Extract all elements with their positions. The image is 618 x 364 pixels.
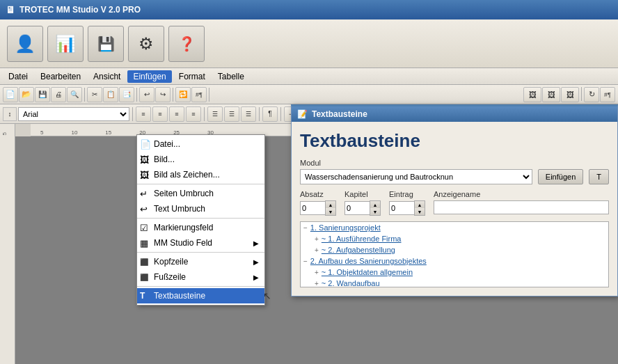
chart-toolbar-btn[interactable]: 📊 bbox=[47, 26, 84, 62]
menu-tabelle[interactable]: Tabelle bbox=[212, 70, 250, 83]
text-umbruch-label: Text Umbruch bbox=[154, 204, 205, 214]
left-ruler: 5 bbox=[0, 124, 15, 364]
tree-link-1-2[interactable]: ~ 2. Aufgabenstellung bbox=[322, 246, 395, 254]
para-btn[interactable]: ¶ bbox=[262, 106, 278, 122]
main-toolbar: 👤 📊 💾 ⚙ ❓ bbox=[0, 19, 618, 68]
paste-btn[interactable]: 📑 bbox=[119, 87, 134, 102]
menu-bild-item[interactable]: 🖼 Bild... bbox=[137, 152, 264, 167]
kapitel-spinner-btns: ▲ ▼ bbox=[370, 200, 381, 216]
settings-toolbar-btn[interactable]: ⚙ bbox=[128, 26, 164, 62]
cut-btn[interactable]: ✂ bbox=[87, 87, 102, 102]
font-name-select[interactable]: Arial bbox=[18, 107, 129, 121]
menu-markierungsfeld-item[interactable]: ☑ Markierungsfeld bbox=[137, 220, 264, 235]
new-btn[interactable]: 📄 bbox=[3, 87, 18, 102]
sep-1 bbox=[137, 184, 264, 184]
kapitel-input[interactable] bbox=[344, 201, 370, 215]
tree-item-2-2[interactable]: + ~ 2. Wandaufbau bbox=[312, 278, 608, 287]
menu-einfuegen[interactable]: Einfügen bbox=[127, 70, 171, 83]
einfuegen-dropdown: 📄 Datei... 🖼 Bild... 🖼 Bild als Zeichen.… bbox=[136, 134, 265, 306]
undo-btn[interactable]: ↩ bbox=[139, 87, 154, 102]
kapitel-down-btn[interactable]: ▼ bbox=[370, 208, 380, 215]
sep5 bbox=[581, 87, 582, 101]
tree-icon-2-1: + bbox=[315, 269, 319, 276]
dialog-body: Textbausteine Modul Wasserschadensanieru… bbox=[292, 122, 617, 296]
menu-textbausteine-item[interactable]: T Textbausteine ↖ bbox=[137, 288, 264, 303]
redo-btn[interactable]: ↪ bbox=[155, 87, 171, 102]
modul-select[interactable]: Wasserschadensanierung und Bautrocknun bbox=[300, 169, 532, 184]
hashpara2-btn[interactable]: #¶ bbox=[600, 87, 615, 102]
tree-icon-1: − bbox=[303, 224, 308, 232]
menu-ansicht[interactable]: Ansicht bbox=[88, 70, 126, 83]
list2-btn[interactable]: ☰ bbox=[224, 106, 239, 122]
refresh-btn[interactable]: 🔁 bbox=[175, 87, 191, 102]
img3-btn[interactable]: 🖼 bbox=[561, 87, 579, 102]
sep3 bbox=[173, 88, 173, 102]
tab-btn[interactable]: T bbox=[589, 169, 609, 184]
tree-link-2-2[interactable]: ~ 2. Wandaufbau bbox=[322, 279, 380, 287]
save-toolbar-btn[interactable]: 💾 bbox=[88, 26, 124, 62]
tree-item-1-2[interactable]: + ~ 2. Aufgabenstellung bbox=[312, 244, 608, 255]
menu-bild-zeichen-item[interactable]: 🖼 Bild als Zeichen... bbox=[137, 167, 264, 182]
print-btn[interactable]: 🖨 bbox=[51, 87, 66, 102]
fields-row: Absatz ▲ ▼ Kapitel ▲ bbox=[300, 190, 609, 216]
tree-item-2-1[interactable]: + ~ 1. Objektdaten allgemein bbox=[312, 267, 608, 278]
menu-bar: Datei Bearbeiten Ansicht Einfügen Format… bbox=[0, 68, 618, 85]
align-justify-btn[interactable]: ≡ bbox=[186, 106, 201, 122]
help-toolbar-btn[interactable]: ❓ bbox=[168, 26, 205, 62]
align-center-btn[interactable]: ≡ bbox=[152, 106, 168, 122]
list3-btn[interactable]: ☰ bbox=[241, 106, 256, 122]
menu-mm-studio-item[interactable]: ▦ MM Studio Feld ▶ bbox=[137, 235, 264, 251]
bild-icon: 🖼 bbox=[140, 155, 149, 165]
eintrag-down-btn[interactable]: ▼ bbox=[415, 208, 425, 215]
kapitel-up-btn[interactable]: ▲ bbox=[370, 201, 380, 208]
fusszeile-label: Fußzeile bbox=[154, 272, 186, 282]
absatz-input[interactable] bbox=[300, 201, 325, 215]
menu-kopfzeile-item[interactable]: ⬛ Kopfzeile ▶ bbox=[137, 254, 264, 269]
sep4 bbox=[209, 88, 209, 102]
hash-para-btn[interactable]: #¶ bbox=[191, 87, 207, 102]
ruler-toggle-btn[interactable]: ↕ bbox=[3, 107, 17, 121]
menu-format[interactable]: Format bbox=[173, 70, 211, 83]
absatz-up-btn[interactable]: ▲ bbox=[326, 201, 335, 208]
menu-datei-item[interactable]: 📄 Datei... bbox=[137, 136, 264, 152]
menu-datei[interactable]: Datei bbox=[3, 70, 33, 83]
open-btn[interactable]: 📂 bbox=[19, 87, 34, 102]
rotate-btn[interactable]: ↻ bbox=[584, 87, 599, 102]
fsep3 bbox=[259, 107, 260, 121]
fsep4 bbox=[280, 107, 281, 121]
menu-seiten-umbruch-item[interactable]: ↵ Seiten Umbruch bbox=[137, 186, 264, 201]
einfuegen-btn[interactable]: Einfügen bbox=[538, 169, 583, 184]
absatz-down-btn[interactable]: ▼ bbox=[326, 208, 335, 215]
kapitel-field: Kapitel ▲ ▼ bbox=[344, 190, 381, 216]
tree-link-1[interactable]: 1. Sanierungsprojekt bbox=[310, 223, 381, 232]
anzeigename-input[interactable] bbox=[434, 200, 609, 214]
tree-item-1[interactable]: − 1. Sanierungsprojekt bbox=[301, 222, 608, 233]
eintrag-field: Eintrag ▲ ▼ bbox=[389, 190, 425, 216]
img2-btn[interactable]: 🖼 bbox=[542, 87, 560, 102]
align-left-btn[interactable]: ≡ bbox=[136, 106, 151, 122]
cursor-pointer-icon: ↖ bbox=[263, 290, 271, 301]
tree-item-1-1[interactable]: + ~ 1. Ausführende Firma bbox=[312, 233, 608, 244]
save-btn[interactable]: 💾 bbox=[35, 87, 50, 102]
app-icon: 🖥 bbox=[6, 4, 15, 15]
tree-list[interactable]: − 1. Sanierungsprojekt + ~ 1. Ausführend… bbox=[300, 221, 609, 287]
tree-item-2[interactable]: − 2. Aufbau des Sanierungsobjektes bbox=[301, 255, 608, 267]
menu-bearbeiten[interactable]: Bearbeiten bbox=[35, 70, 86, 83]
menu-text-umbruch-item[interactable]: ↩ Text Umbruch bbox=[137, 201, 264, 216]
person-toolbar-btn[interactable]: 👤 bbox=[7, 26, 43, 62]
align-right-btn[interactable]: ≡ bbox=[169, 106, 184, 122]
copy-btn[interactable]: 📋 bbox=[103, 87, 118, 102]
list1-btn[interactable]: ☰ bbox=[207, 106, 223, 122]
tree-link-2-1[interactable]: ~ 1. Objektdaten allgemein bbox=[322, 268, 413, 276]
bild-zeichen-label: Bild als Zeichen... bbox=[154, 170, 220, 180]
fusszeile-icon: ⬛ bbox=[140, 274, 148, 281]
eintrag-input[interactable] bbox=[389, 201, 414, 215]
img-btn[interactable]: 🖼 bbox=[523, 87, 541, 102]
tree-link-1-1[interactable]: ~ 1. Ausführende Firma bbox=[322, 235, 402, 243]
preview-btn[interactable]: 🔍 bbox=[67, 87, 82, 102]
tree-icon-1-1: + bbox=[315, 235, 319, 243]
menu-fusszeile-item[interactable]: ⬛ Fußzeile ▶ bbox=[137, 269, 264, 285]
eintrag-up-btn[interactable]: ▲ bbox=[415, 201, 425, 208]
tree-link-2[interactable]: 2. Aufbau des Sanierungsobjektes bbox=[310, 257, 427, 265]
eintrag-spinner-btns: ▲ ▼ bbox=[414, 200, 425, 216]
